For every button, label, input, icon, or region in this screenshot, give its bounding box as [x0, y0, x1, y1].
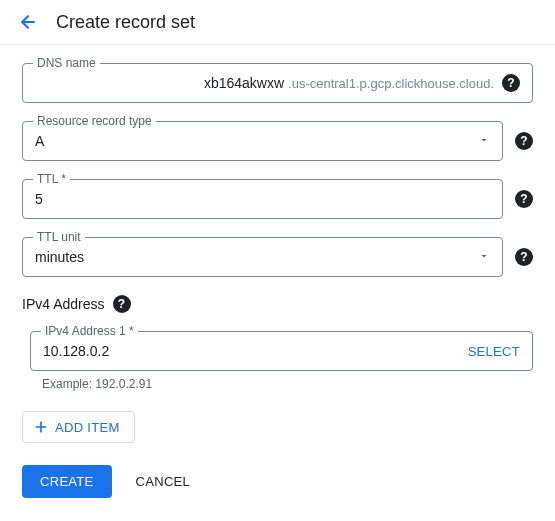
button-row: CREATE CANCEL — [22, 465, 533, 498]
ttl-label: TTL * — [33, 172, 70, 186]
cancel-button[interactable]: CANCEL — [136, 474, 191, 489]
dns-name-row: DNS name xb164akwxw .us-central1.p.gcp.c… — [22, 63, 533, 103]
dns-name-field[interactable]: DNS name xb164akwxw .us-central1.p.gcp.c… — [22, 63, 533, 103]
page-header: Create record set — [0, 0, 555, 45]
dns-prefix: xb164akwxw — [204, 75, 284, 91]
ipv4-example-text: Example: 192.0.2.91 — [42, 377, 533, 391]
help-icon[interactable]: ? — [515, 132, 533, 150]
ipv4-address-row: IPv4 Address 1 * SELECT — [30, 331, 533, 371]
ipv4-section: IPv4 Address 1 * SELECT Example: 192.0.2… — [30, 331, 533, 391]
record-type-field[interactable]: Resource record type A — [22, 121, 503, 161]
dns-suffix: .us-central1.p.gcp.clickhouse.cloud. — [288, 76, 494, 91]
back-button[interactable] — [16, 10, 40, 34]
chevron-down-icon — [478, 133, 490, 149]
help-icon[interactable]: ? — [113, 295, 131, 313]
record-type-row: Resource record type A ? — [22, 121, 533, 161]
help-icon[interactable]: ? — [515, 248, 533, 266]
ipv4-address-field[interactable]: IPv4 Address 1 * SELECT — [30, 331, 533, 371]
help-icon[interactable]: ? — [502, 74, 520, 92]
ipv4-address-input[interactable] — [43, 343, 468, 359]
select-button[interactable]: SELECT — [468, 344, 520, 359]
add-item-label: ADD ITEM — [55, 420, 120, 435]
ttl-row: TTL * ? — [22, 179, 533, 219]
chevron-down-icon — [478, 249, 490, 265]
ipv4-address-label: IPv4 Address 1 * — [41, 324, 138, 338]
ttl-unit-label: TTL unit — [33, 230, 85, 244]
arrow-left-icon — [18, 12, 38, 32]
ttl-field[interactable]: TTL * — [22, 179, 503, 219]
form-content: DNS name xb164akwxw .us-central1.p.gcp.c… — [0, 45, 555, 516]
ttl-unit-row: TTL unit minutes ? — [22, 237, 533, 277]
ttl-input[interactable] — [35, 191, 490, 207]
dns-name-value: xb164akwxw .us-central1.p.gcp.clickhouse… — [35, 75, 494, 91]
ipv4-section-title: IPv4 Address ? — [22, 295, 533, 313]
ttl-unit-value: minutes — [35, 249, 470, 265]
ipv4-title-text: IPv4 Address — [22, 296, 105, 312]
record-type-label: Resource record type — [33, 114, 156, 128]
ttl-unit-field[interactable]: TTL unit minutes — [22, 237, 503, 277]
add-item-button[interactable]: ADD ITEM — [22, 411, 135, 443]
help-icon[interactable]: ? — [515, 190, 533, 208]
record-type-value: A — [35, 133, 470, 149]
page-title: Create record set — [56, 12, 195, 33]
dns-name-label: DNS name — [33, 56, 100, 70]
plus-icon — [33, 419, 49, 435]
create-button[interactable]: CREATE — [22, 465, 112, 498]
